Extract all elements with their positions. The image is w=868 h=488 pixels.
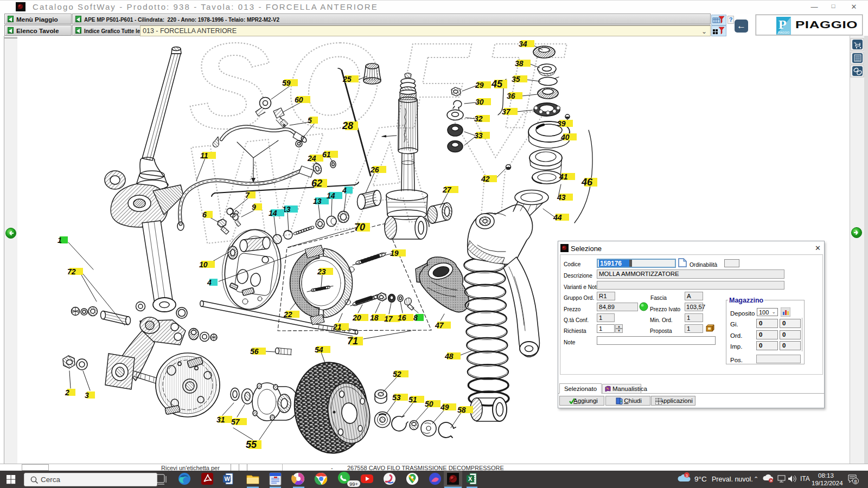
svg-text:9: 9 [252, 203, 256, 211]
svg-text:35: 35 [512, 75, 520, 84]
svg-text:60: 60 [295, 95, 303, 104]
svg-text:20: 20 [352, 313, 361, 322]
svg-text:X: X [468, 476, 473, 482]
svg-text:08:13: 08:13 [818, 472, 834, 479]
svg-text:61: 61 [322, 150, 331, 159]
svg-text:48: 48 [444, 352, 454, 361]
svg-text:1: 1 [58, 236, 62, 245]
svg-text:25: 25 [342, 75, 352, 84]
svg-text:ITA: ITA [800, 475, 810, 483]
svg-text:18: 18 [370, 313, 379, 322]
svg-text:2: 2 [65, 388, 69, 397]
svg-text:30: 30 [475, 98, 484, 106]
svg-text:52: 52 [393, 370, 401, 378]
svg-text:37: 37 [502, 107, 511, 116]
svg-text:10: 10 [199, 260, 208, 269]
svg-text:28: 28 [342, 120, 353, 131]
svg-text:36: 36 [507, 92, 515, 100]
svg-text:14: 14 [269, 209, 277, 217]
svg-text:16: 16 [398, 313, 406, 322]
svg-text:72: 72 [67, 267, 76, 276]
svg-text:17: 17 [384, 314, 393, 323]
svg-text:34: 34 [519, 40, 527, 48]
svg-text:99+: 99+ [349, 481, 359, 487]
svg-text:9°C: 9°C [694, 475, 707, 483]
svg-text:59: 59 [282, 79, 291, 87]
svg-text:58: 58 [457, 406, 466, 414]
svg-text:57: 57 [231, 418, 240, 426]
svg-text:7: 7 [245, 191, 250, 200]
svg-text:45: 45 [491, 79, 503, 89]
svg-text:40: 40 [560, 133, 570, 142]
svg-text:11: 11 [200, 151, 208, 160]
svg-text:55: 55 [246, 439, 257, 450]
svg-text:3: 3 [686, 473, 688, 478]
svg-text:8: 8 [854, 479, 857, 484]
svg-text:Preval. nuvol.: Preval. nuvol. [712, 476, 753, 483]
svg-text:39: 39 [557, 119, 566, 128]
svg-text:22: 22 [283, 310, 292, 319]
svg-text:50: 50 [425, 400, 433, 408]
svg-text:23: 23 [317, 267, 326, 276]
svg-text:P: P [778, 17, 787, 31]
svg-text:47: 47 [435, 321, 444, 330]
svg-text:19/12/2024: 19/12/2024 [812, 480, 843, 486]
svg-text:W: W [225, 476, 231, 482]
svg-text:✕: ✕ [770, 479, 773, 483]
svg-text:26: 26 [370, 165, 379, 174]
svg-text:54: 54 [315, 345, 323, 354]
svg-text:5: 5 [308, 116, 312, 125]
svg-text:56: 56 [250, 347, 259, 356]
svg-text:14: 14 [327, 191, 335, 200]
svg-text:24: 24 [307, 154, 316, 163]
svg-text:49: 49 [440, 403, 449, 412]
svg-text:43: 43 [557, 193, 566, 202]
svg-text:8: 8 [413, 313, 418, 322]
svg-text:PIAGGIO: PIAGGIO [778, 31, 789, 34]
svg-text:71: 71 [347, 336, 358, 346]
svg-text:27: 27 [442, 185, 452, 194]
svg-text:53: 53 [392, 393, 401, 402]
svg-text:44: 44 [553, 213, 562, 222]
svg-text:4: 4 [342, 186, 347, 195]
svg-text:62: 62 [311, 178, 322, 189]
svg-text:13: 13 [313, 197, 322, 206]
svg-text:6: 6 [202, 210, 207, 219]
svg-text:42: 42 [481, 175, 490, 183]
svg-text:3: 3 [85, 391, 89, 400]
svg-text:41: 41 [559, 172, 568, 181]
svg-text:31: 31 [216, 415, 225, 424]
svg-text:19: 19 [390, 249, 399, 258]
svg-text:4: 4 [207, 278, 212, 287]
svg-text:33: 33 [474, 131, 483, 140]
svg-text:70: 70 [354, 222, 365, 233]
svg-text:51: 51 [409, 395, 417, 404]
svg-text:32: 32 [474, 114, 483, 123]
svg-text:46: 46 [581, 177, 593, 188]
svg-text:29: 29 [475, 81, 484, 89]
svg-text:21: 21 [333, 323, 342, 331]
svg-text:38: 38 [515, 59, 524, 68]
svg-text:⌃: ⌃ [754, 476, 758, 482]
